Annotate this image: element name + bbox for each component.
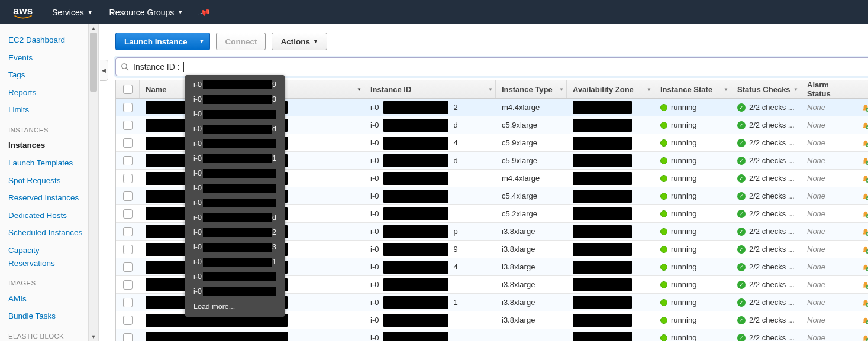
filter-search-input[interactable]: Instance ID : (115, 57, 868, 76)
redacted (573, 101, 632, 114)
autocomplete-option[interactable]: i-0d (185, 210, 285, 225)
sidebar-item-capacity-reservations[interactable]: Capacity Reservations (4, 242, 88, 272)
sidebar-item-dedicated-hosts[interactable]: Dedicated Hosts (4, 207, 88, 225)
autocomplete-option[interactable]: i-09 (185, 77, 285, 92)
sidebar-item-ec2-dashboard[interactable]: EC2 Dashboard (4, 31, 88, 49)
col-alarm-status[interactable]: Alarm Status (801, 80, 856, 98)
row-checkbox[interactable] (123, 121, 133, 130)
launch-instance-dropdown[interactable]: ▼ (191, 33, 211, 50)
cell-instance-type: i3.8xlarge (496, 298, 567, 307)
add-alarm-icon[interactable] (861, 103, 868, 112)
nav-resource-groups[interactable]: Resource Groups▼ (109, 8, 183, 17)
table-row[interactable]: i-0running✓2/2 checks ...None (116, 329, 868, 341)
add-alarm-icon[interactable] (861, 139, 868, 147)
aws-logo[interactable]: aws (12, 5, 34, 20)
select-all-checkbox[interactable] (123, 85, 133, 94)
sidebar-item-limits[interactable]: Limits (4, 101, 88, 119)
sidebar-item-launch-templates[interactable]: Launch Templates (4, 154, 88, 172)
row-checkbox[interactable] (123, 138, 133, 148)
sidebar-item-amis[interactable]: AMIs (4, 290, 88, 308)
autocomplete-option[interactable]: i-0 (185, 107, 285, 122)
state-running-icon (660, 157, 667, 164)
row-checkbox[interactable] (123, 280, 133, 290)
add-alarm-icon[interactable] (861, 245, 868, 254)
row-checkbox[interactable] (123, 103, 133, 112)
caret-down-icon: ▼ (313, 38, 318, 44)
autocomplete-option[interactable]: i-02 (185, 225, 285, 240)
sidebar-item-reports[interactable]: Reports (4, 84, 88, 102)
state-running-icon (660, 122, 667, 129)
add-alarm-icon[interactable] (861, 263, 868, 271)
row-checkbox[interactable] (123, 209, 133, 219)
autocomplete-option[interactable]: i-0 (185, 137, 285, 151)
autocomplete-option[interactable]: i-03 (185, 92, 285, 107)
sidebar-item-events[interactable]: Events (4, 49, 88, 67)
row-checkbox[interactable] (123, 262, 133, 272)
row-checkbox[interactable] (123, 333, 133, 342)
cell-status-checks: ✓2/2 checks ... (731, 138, 801, 147)
cell-instance-type: m4.4xlarge (496, 103, 567, 112)
row-checkbox[interactable] (123, 156, 133, 165)
autocomplete-option[interactable]: i-01 (185, 255, 285, 269)
collapse-sidebar-button[interactable]: ◀ (100, 60, 108, 81)
col-instance-state[interactable]: Instance State▼ (654, 80, 731, 98)
autocomplete-option[interactable]: i-0d (185, 122, 285, 137)
add-alarm-icon[interactable] (861, 192, 868, 200)
scroll-up-icon[interactable]: ▲ (89, 24, 98, 33)
sidebar-item-spot-requests[interactable]: Spot Requests (4, 172, 88, 190)
add-alarm-icon[interactable] (861, 210, 868, 218)
col-instance-id[interactable]: Instance ID▼ (364, 80, 496, 98)
launch-instance-button[interactable]: Launch Instance (115, 33, 196, 50)
autocomplete-load-more[interactable]: Load more... (185, 299, 285, 314)
add-alarm-icon[interactable] (861, 157, 868, 165)
sidebar-item-instances[interactable]: Instances (4, 137, 88, 154)
redacted (383, 225, 448, 238)
row-checkbox[interactable] (123, 191, 133, 201)
add-alarm-icon[interactable] (861, 334, 868, 342)
cell-alarm-status: None (801, 245, 856, 254)
row-checkbox[interactable] (123, 245, 133, 254)
sidebar-section: ELASTIC BLOCK STORE (4, 325, 88, 341)
sidebar-item-tags[interactable]: Tags (4, 66, 88, 84)
col-availability-zone[interactable]: Availability Zone▼ (567, 80, 654, 98)
sidebar-item-reserved-instances[interactable]: Reserved Instances (4, 189, 88, 207)
check-pass-icon: ✓ (737, 103, 746, 112)
text-cursor (183, 62, 184, 72)
actions-button[interactable]: Actions▼ (272, 33, 327, 50)
cell-alarm-status: None (801, 209, 856, 218)
add-alarm-icon[interactable] (861, 121, 868, 129)
pin-icon[interactable]: 📌 (199, 8, 209, 17)
sidebar-scrollbar[interactable]: ▲ ▼ (89, 24, 99, 341)
sort-icon: ▼ (559, 87, 564, 92)
col-instance-type[interactable]: Instance Type▼ (496, 80, 567, 98)
sidebar-item-scheduled-instances[interactable]: Scheduled Instances (4, 224, 88, 242)
autocomplete-option[interactable]: i-01 (185, 151, 285, 166)
cell-alarm-status: None (801, 103, 856, 112)
redacted (573, 261, 632, 274)
cell-instance-state: running (654, 191, 731, 200)
scroll-down-icon[interactable]: ▼ (89, 333, 98, 341)
caret-down-icon: ▼ (88, 9, 93, 15)
nav-services[interactable]: Services▼ (52, 8, 93, 17)
scroll-thumb[interactable] (90, 33, 97, 92)
row-checkbox[interactable] (123, 174, 133, 183)
autocomplete-option[interactable]: i-0 (185, 269, 285, 284)
col-status-checks[interactable]: Status Checks▼ (731, 80, 801, 98)
autocomplete-option[interactable]: i-03 (185, 240, 285, 255)
add-alarm-icon[interactable] (861, 174, 868, 183)
sort-icon: ▼ (724, 87, 728, 92)
redacted (573, 154, 632, 167)
add-alarm-icon[interactable] (861, 228, 868, 236)
add-alarm-icon[interactable] (861, 281, 868, 289)
row-checkbox[interactable] (123, 227, 133, 236)
autocomplete-option[interactable]: i-0 (185, 166, 285, 181)
sidebar-item-bundle-tasks[interactable]: Bundle Tasks (4, 307, 88, 325)
autocomplete-option[interactable]: i-0 (185, 181, 285, 196)
state-running-icon (660, 334, 667, 342)
add-alarm-icon[interactable] (861, 316, 868, 324)
row-checkbox[interactable] (123, 316, 133, 325)
autocomplete-option[interactable]: i-0 (185, 196, 285, 210)
row-checkbox[interactable] (123, 298, 133, 307)
add-alarm-icon[interactable] (861, 298, 868, 307)
autocomplete-option[interactable]: i-0 (185, 284, 285, 299)
